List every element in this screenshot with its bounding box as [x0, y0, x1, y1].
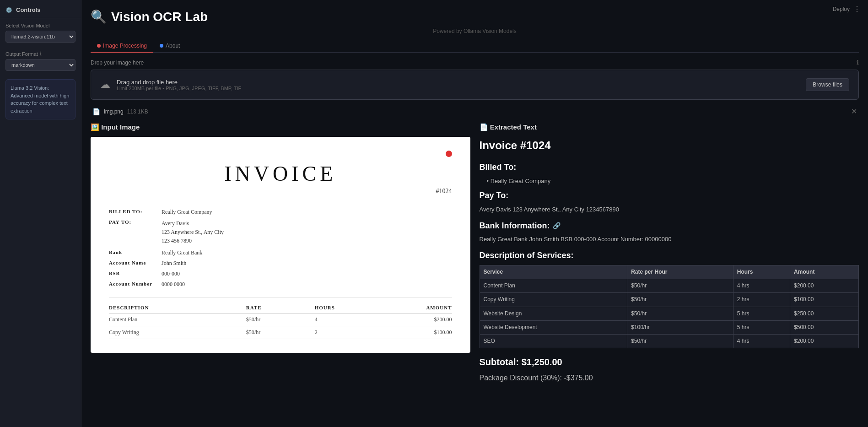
table-row: Website Development$100/hr5 hrs$500.00 — [480, 320, 859, 334]
input-image-header: 🖼️ Input Image — [91, 123, 470, 131]
controls-icon: ⚙️ — [5, 7, 12, 13]
col-service: Service — [480, 265, 627, 279]
vision-model-label: Select Vision Model — [5, 23, 75, 28]
upload-cloud-icon: ☁ — [100, 79, 110, 91]
sidebar: ⚙️ Controls Select Vision Model llama3.2… — [0, 0, 81, 427]
tab-image-processing[interactable]: Image Processing — [91, 40, 153, 53]
tab-about[interactable]: About — [153, 40, 186, 53]
upload-text-block: Drag and drop file here Limit 200MB per … — [117, 79, 799, 91]
invoice-preview-image: INVOICE #1024 BILLED TO: Really Great Co… — [91, 137, 470, 353]
app-title: Vision OCR Lab — [111, 10, 208, 24]
table-row: Copy Writing$50/hr2 hrs$100.00 — [480, 293, 859, 307]
browse-files-button[interactable]: Browse files — [806, 78, 849, 91]
table-header-row: Service Rate per Hour Hours Amount — [480, 265, 859, 279]
output-format-label: Output Format ℹ — [5, 51, 75, 57]
uploaded-file-item: 📄 img.png 113.1KB ✕ — [91, 104, 859, 119]
sidebar-header: ⚙️ Controls — [0, 0, 81, 18]
vision-model-select[interactable]: llama3.2-vision:11b llava:7b llava:13b — [5, 31, 75, 43]
file-limit-text: Limit 200MB per file • PNG, JPG, JPEG, T… — [117, 86, 799, 91]
invoice-red-dot — [446, 151, 452, 157]
drop-info-icon[interactable]: ℹ — [857, 59, 859, 66]
invoice-row-2: Copy Writing $50/hr 2 $100.00 — [109, 326, 452, 339]
ext-pay-to-title: Pay To: — [480, 189, 859, 202]
extracted-text-header: 📄 Extracted Text — [480, 123, 859, 131]
col-amount: Amount — [790, 265, 859, 279]
invoice-number: #1024 — [109, 188, 452, 195]
col-rate: Rate per Hour — [627, 265, 733, 279]
ext-subtotal: Subtotal: $1,250.00 — [480, 355, 859, 369]
invoice-divider — [109, 297, 452, 297]
ext-billed-to-item: • Really Great Company — [487, 177, 859, 186]
app-icon: 🔍 — [91, 9, 107, 24]
topbar-menu-icon[interactable]: ⋮ — [853, 5, 861, 13]
file-doc-icon: 📄 — [92, 108, 100, 115]
output-format-info-icon[interactable]: ℹ — [40, 51, 42, 57]
tab-red-dot — [97, 44, 101, 48]
output-format-select[interactable]: markdown json plain text — [5, 59, 75, 71]
input-image-column: 🖼️ Input Image INVOICE #1024 BILLED TO: … — [91, 123, 470, 386]
pay-to-key: PAY TO: — [109, 219, 152, 246]
invoice-details: BILLED TO: Really Great Company PAY TO: … — [109, 209, 452, 288]
table-row: SEO$50/hr4 hrs$200.00 — [480, 334, 859, 348]
extracted-text-panel: Invoice #1024 Billed To: • Really Great … — [480, 137, 859, 384]
two-column-layout: 🖼️ Input Image INVOICE #1024 BILLED TO: … — [91, 123, 859, 386]
ext-discount: Package Discount (30%): -$375.00 — [480, 372, 859, 384]
app-header: 🔍 Vision OCR Lab — [91, 9, 859, 24]
main-content: Deploy ⋮ 🔍 Vision OCR Lab Powered by Oll… — [81, 0, 868, 427]
billed-to-key: BILLED TO: — [109, 209, 152, 216]
model-info-box: Llama 3.2 Vision: Advanced model with hi… — [5, 79, 75, 119]
drop-label-row: Drop your image here ℹ — [91, 59, 859, 66]
chain-link-icon: 🔗 — [553, 221, 561, 231]
file-size: 113.1KB — [127, 108, 148, 115]
ext-invoice-title: Invoice #1024 — [480, 137, 859, 154]
upload-dropzone[interactable]: ☁ Drag and drop file here Limit 200MB pe… — [91, 70, 859, 100]
account-num-key: Account Number — [109, 281, 152, 288]
billed-to-val: Really Great Company — [162, 209, 452, 216]
sidebar-title: Controls — [16, 6, 40, 13]
vision-model-section: Select Vision Model llama3.2-vision:11b … — [0, 18, 81, 46]
table-row: Website Design$50/hr5 hrs$250.00 — [480, 307, 859, 320]
table-row: Content Plan$50/hr4 hrs$200.00 — [480, 279, 859, 293]
tabs-bar: Image Processing About — [91, 40, 859, 53]
drag-drop-text: Drag and drop file here — [117, 79, 799, 86]
invoice-title: INVOICE — [109, 162, 452, 186]
invoice-header-row — [109, 151, 452, 157]
bank-val: Really Great Bank — [162, 249, 452, 256]
powered-by-text: Powered by Ollama Vision Models — [91, 28, 859, 34]
extracted-text-column: 📄 Extracted Text Invoice #1024 Billed To… — [480, 123, 859, 386]
account-name-val: John Smith — [162, 260, 452, 267]
output-format-section: Output Format ℹ markdown json plain text — [0, 46, 81, 75]
account-name-key: Account Name — [109, 260, 152, 267]
ext-billed-to-title: Billed To: — [480, 161, 859, 174]
tab-blue-dot — [160, 44, 163, 48]
invoice-row-1: Content Plan $50/hr 4 $200.00 — [109, 313, 452, 326]
account-num-val: 0000 0000 — [162, 281, 452, 288]
bank-key: Bank — [109, 249, 152, 256]
ext-pay-to-text: Avery Davis 123 Anywhere St., Any City 1… — [480, 205, 859, 215]
ext-services-title: Description of Services: — [480, 249, 859, 262]
ext-services-table: Service Rate per Hour Hours Amount Conte… — [480, 265, 859, 348]
pay-to-val: Avery Davis 123 Anywhere St., Any City 1… — [162, 219, 452, 246]
topbar: Deploy ⋮ — [825, 0, 868, 18]
invoice-table-header: DESCRIPTION RATE HOURS AMOUNT — [109, 305, 452, 313]
bsb-val: 000-000 — [162, 270, 452, 277]
bsb-key: BSB — [109, 270, 152, 277]
deploy-button[interactable]: Deploy — [833, 6, 850, 12]
ext-bank-info-text: Really Great Bank John Smith BSB 000-000… — [480, 235, 859, 244]
ext-bank-info-header: Bank Information: 🔗 — [480, 219, 859, 232]
file-remove-button[interactable]: ✕ — [851, 107, 857, 116]
col-hours: Hours — [733, 265, 790, 279]
file-name: img.png — [104, 108, 124, 115]
content-area: 🔍 Vision OCR Lab Powered by Ollama Visio… — [81, 0, 868, 427]
